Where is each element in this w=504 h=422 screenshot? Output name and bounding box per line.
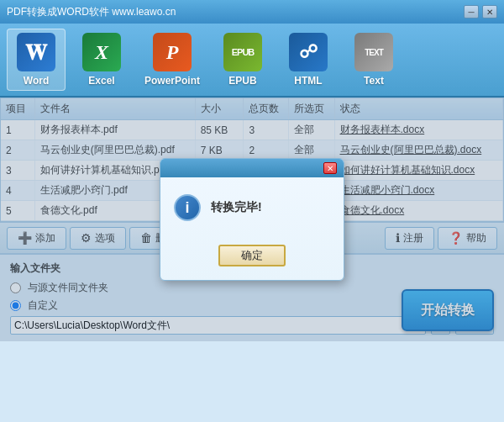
- epub-icon: EPUB: [223, 33, 262, 71]
- toolbar-word-label: Word: [24, 75, 49, 87]
- word-icon: 𝐖: [17, 33, 55, 71]
- toolbar-html-label: HTML: [294, 75, 322, 87]
- modal-message: 转换完毕!: [211, 200, 262, 215]
- toolbar-text-label: Text: [364, 75, 384, 87]
- ppt-icon: P: [153, 33, 192, 71]
- toolbar: 𝐖 Word X Excel P PowerPoint EPUB EPUB ☍ …: [0, 24, 504, 98]
- app-title: PDF转换成WORD软件 www.leawo.cn: [7, 5, 176, 19]
- toolbar-excel[interactable]: X Excel: [72, 29, 131, 90]
- modal-body: i 转换完毕!: [160, 177, 344, 238]
- close-button[interactable]: ✕: [482, 5, 497, 18]
- toolbar-ppt-label: PowerPoint: [144, 75, 200, 87]
- toolbar-epub[interactable]: EPUB EPUB: [213, 29, 272, 90]
- minimize-button[interactable]: ─: [464, 5, 479, 18]
- modal-overlay: ✕ i 转换完毕! 确定: [0, 98, 504, 341]
- title-bar: PDF转换成WORD软件 www.leawo.cn ─ ✕: [0, 0, 504, 24]
- modal-info-icon: i: [174, 194, 201, 221]
- modal-footer: 确定: [160, 238, 344, 280]
- toolbar-html[interactable]: ☍ HTML: [279, 29, 338, 90]
- toolbar-ppt[interactable]: P PowerPoint: [138, 29, 207, 90]
- modal-dialog: ✕ i 转换完毕! 确定: [160, 158, 344, 281]
- toolbar-text[interactable]: TEXT Text: [344, 29, 403, 90]
- modal-ok-button[interactable]: 确定: [218, 245, 286, 266]
- excel-icon: X: [82, 33, 121, 71]
- content-area: 项目 文件名 大小 总页数 所选页 状态 1 财务报表样本.pdf 85 KB …: [0, 98, 504, 341]
- toolbar-epub-label: EPUB: [228, 75, 256, 87]
- title-bar-buttons: ─ ✕: [464, 5, 497, 18]
- toolbar-excel-label: Excel: [88, 75, 114, 87]
- toolbar-word[interactable]: 𝐖 Word: [7, 29, 66, 91]
- modal-close-button[interactable]: ✕: [323, 162, 337, 174]
- modal-titlebar: ✕: [160, 159, 344, 177]
- text-icon: TEXT: [354, 33, 393, 71]
- html-icon: ☍: [289, 33, 328, 71]
